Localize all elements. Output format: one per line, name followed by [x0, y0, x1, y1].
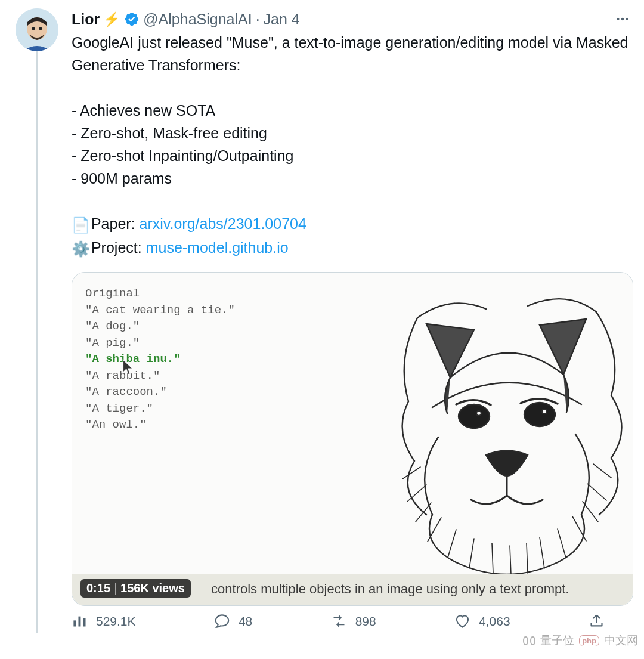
body-bullet-1: - Zero-shot, Mask-free editing: [72, 125, 267, 141]
video-caption-text: controls multiple objects in an image us…: [211, 581, 569, 597]
video-time-views-pill: 0:15 156K views: [80, 579, 191, 598]
more-options-button[interactable]: [612, 8, 633, 30]
tweet-date: Jan 4: [264, 11, 300, 28]
lightning-emoji: ⚡: [103, 11, 120, 27]
generated-image-illustration: [361, 276, 633, 574]
media-video-frame: Original "A cat wearing a tie." "A dog."…: [72, 273, 633, 605]
gear-icon: ⚙️: [72, 237, 87, 260]
reply-count: 48: [239, 614, 252, 629]
author-cluster[interactable]: Lior ⚡ @AlphaSignalAI · Jan 4: [72, 11, 300, 28]
prompt-item-5: "A raccoon.": [85, 384, 235, 401]
svg-point-6: [626, 18, 628, 20]
retweet-icon: [331, 613, 347, 629]
reply-icon: [214, 613, 230, 629]
retweet-count: 898: [355, 614, 376, 629]
reply-button[interactable]: 48: [214, 613, 252, 629]
prompt-item-2: "A pig.": [85, 335, 235, 352]
like-button[interactable]: 4,063: [454, 613, 510, 629]
share-icon: [589, 613, 605, 629]
document-icon: 📄: [72, 214, 87, 236]
avatar[interactable]: [16, 8, 58, 51]
thread-connector-line: [36, 51, 38, 633]
paper-label: Paper:: [87, 215, 140, 232]
svg-point-4: [617, 18, 619, 20]
prompt-item-0: "A cat wearing a tie.": [85, 302, 235, 319]
tweet-body: GoogleAI just released "Muse", a text-to…: [72, 31, 633, 260]
ellipsis-icon: [615, 11, 630, 27]
tweet-action-bar: 529.1K 48 898 4,063: [72, 606, 633, 633]
like-count: 4,063: [479, 614, 510, 629]
media-card[interactable]: Original "A cat wearing a tie." "A dog."…: [72, 272, 633, 606]
svg-point-8: [524, 403, 555, 426]
prompt-item-6: "A tiger.": [85, 401, 235, 417]
prompt-item-1: "A dog.": [85, 318, 235, 335]
prompt-list: Original "A cat wearing a tie." "A dog."…: [85, 286, 235, 434]
svg-point-7: [459, 404, 490, 428]
body-bullet-0: - Achieves new SOTA: [72, 102, 215, 119]
paper-link[interactable]: arxiv.org/abs/2301.00704: [140, 215, 306, 232]
tweet-container: Lior ⚡ @AlphaSignalAI · Jan 4 GoogleAI j…: [0, 0, 644, 636]
video-views: 156K views: [120, 581, 185, 595]
prompt-item-3: "A shiba inu.": [85, 351, 235, 368]
video-caption-bar: 0:15 156K views controls multiple object…: [72, 574, 633, 605]
svg-point-9: [476, 411, 481, 416]
retweet-button[interactable]: 898: [331, 613, 376, 629]
analytics-icon: [72, 613, 88, 629]
body-bullet-2: - Zero-shot Inpainting/Outpainting: [72, 147, 293, 164]
thread-column: [11, 8, 63, 633]
video-time: 0:15: [86, 581, 110, 595]
svg-rect-11: [73, 620, 76, 626]
svg-rect-13: [83, 618, 86, 627]
share-button[interactable]: [589, 613, 605, 629]
verified-badge-icon: [124, 11, 140, 27]
project-link[interactable]: muse-model.github.io: [146, 239, 289, 256]
analytics-count: 529.1K: [96, 614, 136, 629]
watermark-php: php: [579, 635, 599, 646]
author-name: Lior: [72, 11, 100, 28]
project-label: Project:: [87, 239, 146, 256]
prompt-header: Original: [85, 286, 235, 302]
analytics-button[interactable]: 529.1K: [72, 613, 136, 629]
svg-point-5: [621, 18, 624, 20]
site-watermark: 量子位 php 中文网: [523, 633, 638, 648]
prompt-item-7: "An owl.": [85, 417, 235, 434]
body-bullet-3: - 900M params: [72, 170, 172, 187]
cursor-icon: [121, 358, 135, 382]
header-separator-dot: ·: [256, 11, 260, 28]
svg-point-3: [39, 27, 42, 30]
svg-point-10: [542, 409, 547, 414]
svg-rect-12: [78, 617, 80, 627]
tweet-main: Lior ⚡ @AlphaSignalAI · Jan 4 GoogleAI j…: [63, 8, 633, 633]
svg-point-2: [32, 27, 35, 30]
watermark-cn: 中文网: [604, 633, 638, 648]
tweet-header: Lior ⚡ @AlphaSignalAI · Jan 4: [72, 8, 633, 30]
body-intro: GoogleAI just released "Muse", a text-to…: [72, 34, 628, 73]
heart-icon: [454, 613, 470, 629]
author-handle: @AlphaSignalAI: [143, 11, 252, 28]
watermark-qubit: 量子位: [540, 633, 574, 648]
